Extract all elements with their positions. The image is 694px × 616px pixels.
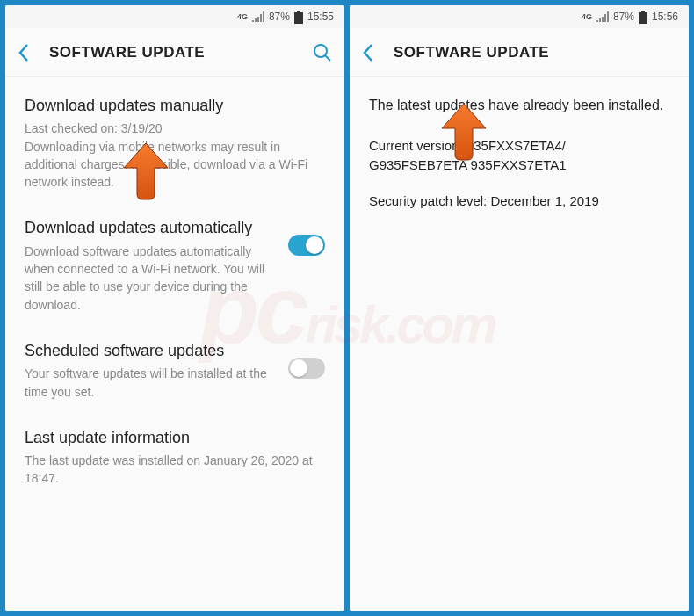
- last-update-item[interactable]: Last update information The last update …: [25, 427, 325, 488]
- security-patch: Security patch level: December 1, 2019: [369, 192, 669, 212]
- scheduled-updates-item[interactable]: Scheduled software updates Your software…: [25, 340, 325, 401]
- section-desc: Download software updates automatically …: [25, 243, 278, 314]
- time-label: 15:56: [652, 11, 678, 23]
- app-header: SOFTWARE UPDATE: [350, 28, 689, 77]
- svg-rect-6: [639, 12, 647, 24]
- back-button[interactable]: [362, 43, 394, 62]
- section-title: Download updates automatically: [25, 217, 278, 238]
- battery-label: 87%: [613, 11, 634, 23]
- update-message: The latest updates have already been ins…: [369, 95, 669, 117]
- network-label: 4G: [582, 12, 592, 21]
- page-title: SOFTWARE UPDATE: [394, 44, 676, 62]
- scheduled-toggle[interactable]: [288, 358, 325, 379]
- download-manually-item[interactable]: Download updates manually Last checked o…: [25, 95, 325, 191]
- section-desc: Last checked on: 3/19/20 Downloading via…: [25, 120, 325, 191]
- update-status-content: The latest updates have already been ins…: [350, 77, 689, 611]
- status-bar: 4G 87% 15:56: [350, 5, 689, 28]
- chevron-left-icon: [362, 43, 374, 62]
- svg-point-3: [314, 45, 327, 57]
- version-info: Current version: 935FXXS7ETA4/ G935FSEB7…: [369, 136, 669, 176]
- phone-right: 4G 87% 15:56 SOFTWARE UPDATE The latest …: [350, 5, 689, 611]
- signal-icon: [596, 11, 609, 22]
- app-header: SOFTWARE UPDATE: [5, 28, 344, 77]
- chevron-left-icon: [18, 43, 30, 62]
- version-label: Current version:: [369, 138, 463, 153]
- section-title: Last update information: [25, 427, 325, 448]
- svg-rect-2: [295, 14, 302, 23]
- battery-icon: [639, 11, 647, 24]
- section-desc: The last update was installed on January…: [25, 452, 325, 488]
- phone-left: 4G 87% 15:55 SOFTWARE UPDATE Download up…: [5, 5, 344, 611]
- network-label: 4G: [237, 12, 248, 21]
- svg-rect-5: [641, 11, 645, 12]
- section-desc: Your software updates will be installed …: [25, 365, 278, 401]
- battery-label: 87%: [269, 11, 290, 23]
- page-title: SOFTWARE UPDATE: [49, 44, 300, 62]
- search-button[interactable]: [300, 43, 332, 62]
- battery-icon: [294, 11, 303, 24]
- svg-rect-0: [297, 11, 300, 12]
- time-label: 15:55: [307, 11, 334, 23]
- search-icon: [313, 43, 332, 62]
- status-bar: 4G 87% 15:55: [5, 5, 344, 28]
- back-button[interactable]: [18, 43, 49, 62]
- svg-line-4: [325, 55, 330, 61]
- settings-list: Download updates manually Last checked o…: [5, 77, 344, 611]
- download-auto-item[interactable]: Download updates automatically Download …: [25, 217, 325, 313]
- section-title: Scheduled software updates: [25, 340, 278, 361]
- auto-update-toggle[interactable]: [288, 235, 325, 256]
- section-title: Download updates manually: [25, 95, 325, 116]
- signal-icon: [252, 11, 264, 22]
